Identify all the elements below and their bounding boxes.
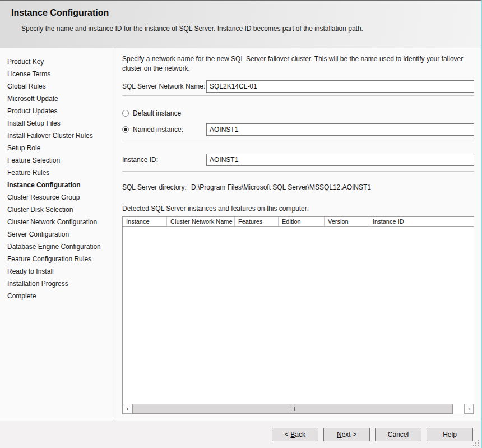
sidebar-step-item: Installation Progress <box>7 278 114 290</box>
detected-instances-table[interactable]: Instance Cluster Network Name Features E… <box>122 216 474 414</box>
wizard-steps-sidebar: Product Key License Terms Global Rules M… <box>0 48 114 421</box>
sidebar-step-item: License Terms <box>7 68 114 80</box>
thumb-grip-icon <box>291 407 291 411</box>
sql-directory-row: SQL Server directory: D:\Program Files\M… <box>122 183 474 191</box>
table-column-header[interactable]: Edition <box>279 217 325 226</box>
sidebar-step-item: Global Rules <box>7 80 114 93</box>
sidebar-step-item: Feature Rules <box>7 167 114 179</box>
sidebar-step-item: Product Key <box>7 56 114 68</box>
table-column-header[interactable]: Version <box>325 217 369 226</box>
sql-directory-label: SQL Server directory: <box>122 183 191 191</box>
separator <box>122 95 474 96</box>
detected-instances-label: Detected SQL Server instances and featur… <box>122 205 474 213</box>
sidebar-step-item: Feature Selection <box>7 154 114 167</box>
resize-grip-icon[interactable] <box>473 440 479 446</box>
instance-id-label: Instance ID: <box>122 156 206 164</box>
wizard-footer: < Back Next > Cancel Help <box>0 421 481 448</box>
table-column-header[interactable]: Instance <box>123 217 167 226</box>
sidebar-step-item: Ready to Install <box>7 265 114 278</box>
named-instance-label: Named instance: <box>133 126 183 133</box>
thumb-grip-icon <box>293 407 293 411</box>
next-button[interactable]: Next > <box>323 428 370 441</box>
sidebar-step-item: Install Failover Cluster Rules <box>7 130 114 142</box>
separator <box>122 140 474 140</box>
scroll-right-button[interactable]: › <box>464 404 474 414</box>
scroll-left-button[interactable]: ‹ <box>123 404 132 414</box>
network-name-input[interactable] <box>206 80 474 93</box>
default-instance-label: Default instance <box>133 109 181 117</box>
sidebar-step-item: Database Engine Configuration <box>7 241 114 253</box>
table-column-header[interactable]: Instance ID <box>369 217 474 226</box>
sidebar-step-item: Setup Role <box>7 142 114 154</box>
scrollbar-thumb[interactable] <box>132 404 453 414</box>
sidebar-step-item: Cluster Disk Selection <box>7 204 114 216</box>
back-button[interactable]: < Back <box>272 428 318 441</box>
named-instance-radio-row: Named instance: <box>122 123 474 136</box>
sidebar-step-item: Microsoft Update <box>7 93 114 105</box>
sidebar-step-item: Complete <box>7 290 114 302</box>
wizard-window: Instance Configuration Specify the name … <box>0 0 482 448</box>
thumb-grip-icon <box>294 407 295 411</box>
sidebar-step-item: Cluster Resource Group <box>7 191 114 204</box>
table-column-header[interactable]: Cluster Network Name <box>167 217 235 226</box>
network-name-label: SQL Server Network Name: <box>122 82 206 90</box>
main-panel: Specify a network name for the new SQL S… <box>114 48 481 421</box>
instruction-text: Specify a network name for the new SQL S… <box>122 54 474 73</box>
table-column-header[interactable]: Features <box>235 217 279 226</box>
network-name-row: SQL Server Network Name: <box>122 80 474 93</box>
table-header-row: Instance Cluster Network Name Features E… <box>123 217 474 227</box>
horizontal-scrollbar[interactable]: ‹ › <box>123 404 474 414</box>
help-button[interactable]: Help <box>427 428 473 441</box>
sidebar-step-item: Install Setup Files <box>7 117 114 130</box>
wizard-header: Instance Configuration Specify the name … <box>0 1 481 48</box>
instance-id-input[interactable] <box>206 154 474 166</box>
default-instance-radio-row: Default instance <box>122 109 474 117</box>
named-instance-input[interactable] <box>206 123 474 136</box>
instance-id-row: Instance ID: <box>122 154 474 166</box>
table-body-empty[interactable] <box>123 227 474 404</box>
separator <box>122 171 474 172</box>
named-instance-radio[interactable] <box>122 126 129 133</box>
cancel-button[interactable]: Cancel <box>375 428 421 441</box>
page-subtitle: Specify the name and instance ID for the… <box>21 25 481 33</box>
sidebar-step-item: Cluster Network Configuration <box>7 216 114 228</box>
sidebar-step-item: Feature Configuration Rules <box>7 253 114 265</box>
page-title: Instance Configuration <box>11 8 481 18</box>
sidebar-step-item: Server Configuration <box>7 228 114 241</box>
sidebar-step-item: Instance Configuration <box>7 179 114 191</box>
scrollbar-track[interactable] <box>132 404 464 414</box>
sidebar-step-item: Product Updates <box>7 105 114 117</box>
default-instance-radio[interactable] <box>122 110 129 117</box>
wizard-body: Product Key License Terms Global Rules M… <box>0 48 481 421</box>
sql-directory-value: D:\Program Files\Microsoft SQL Server\MS… <box>191 183 371 191</box>
